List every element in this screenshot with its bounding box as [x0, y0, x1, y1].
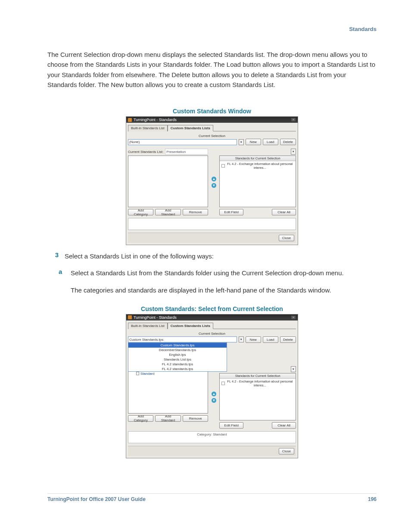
right-pane-item: FL 4.2 - Exchange information about pers…	[226, 162, 294, 170]
current-selection-input[interactable]: (None)	[128, 139, 237, 145]
edit-field-button[interactable]: Edit Field	[219, 209, 243, 215]
footer-title: TurningPoint for Office 2007 User Guide	[47, 496, 146, 502]
dd-item[interactable]: FL 4.2 standards.tps	[128, 367, 227, 371]
dd-item[interactable]: Standards List.tps	[128, 357, 227, 362]
dd-item[interactable]: Custom Standards.tps	[128, 343, 227, 348]
chevron-down-icon[interactable]: ▾	[239, 336, 244, 342]
move-up-icon[interactable]: ▲	[212, 177, 216, 181]
label-current-selection: Current Selection	[128, 332, 296, 336]
clear-all-button[interactable]: Clear All	[272, 422, 296, 429]
app-icon	[128, 118, 132, 122]
edit-field-button[interactable]: Edit Field	[219, 422, 243, 429]
tab-builtin[interactable]: Built-in Standards List	[128, 323, 168, 329]
notes-area[interactable]	[128, 218, 296, 230]
move-up-icon[interactable]: ▲	[212, 392, 216, 396]
checkbox-icon[interactable]	[221, 382, 224, 385]
delete-button[interactable]: Delete	[280, 336, 296, 343]
delete-button[interactable]: Delete	[280, 139, 296, 145]
chevron-down-icon[interactable]: ▾	[291, 149, 296, 155]
clear-all-button[interactable]: Clear All	[272, 209, 296, 215]
dd-item[interactable]: English.tps	[128, 352, 227, 357]
figure2-title: TurningPoint - Standards	[134, 315, 177, 320]
figure2-titlebar: TurningPoint - Standards ×	[126, 314, 298, 320]
step-3-text: Select a Standards List in one of the fo…	[65, 251, 377, 261]
tree-child[interactable]: Standard	[140, 372, 154, 376]
sub-a-letter: a	[59, 268, 65, 278]
remove-button[interactable]: Remove	[183, 415, 208, 422]
sub-a-paragraph: The categories and standards are display…	[71, 285, 377, 295]
current-selection-dropdown[interactable]: Custom Standards.tps DecemberStandards.t…	[128, 342, 227, 372]
left-pane[interactable]	[128, 156, 208, 207]
tab-custom[interactable]: Custom Standards Lists	[168, 323, 213, 329]
app-icon	[128, 315, 132, 319]
intro-paragraph: The Current Selection drop-down menu dis…	[47, 50, 377, 90]
add-category-button[interactable]: Add Category	[128, 209, 153, 215]
remove-button[interactable]: Remove	[183, 209, 208, 215]
current-selection-input[interactable]: Custom Standards.tps	[128, 336, 237, 342]
notes-area[interactable]: Category: Standard	[128, 431, 296, 443]
document-icon	[136, 372, 139, 375]
chevron-down-icon[interactable]: ▾	[291, 366, 296, 372]
right-pane-header: Standards for Current Selection	[220, 373, 296, 379]
right-pane-item: FL 4.2 - Exchange information about pers…	[226, 380, 294, 387]
chevron-down-icon[interactable]: ▾	[239, 139, 244, 145]
left-pane[interactable]: Parent Category Standard	[128, 366, 208, 414]
figure1-caption: Custom Standards Window	[173, 108, 251, 115]
add-standard-button[interactable]: Add Standard	[155, 209, 181, 215]
sub-a-text: Select a Standards List from the Standar…	[71, 268, 377, 278]
page-number: 196	[368, 496, 377, 502]
add-standard-button[interactable]: Add Standard	[155, 415, 181, 422]
move-down-icon[interactable]: ▼	[212, 183, 216, 188]
figure1-titlebar: TurningPoint - Standards ×	[126, 117, 298, 123]
section-header: Standards	[47, 26, 377, 32]
load-button[interactable]: Load	[263, 336, 278, 343]
figure1-window: TurningPoint - Standards × Built-in Stan…	[126, 116, 298, 245]
label-current-list: Current Standards List:	[128, 150, 163, 154]
tab-builtin[interactable]: Built-in Standards List	[128, 125, 168, 131]
new-button[interactable]: New	[246, 336, 261, 343]
checkbox-icon[interactable]	[221, 164, 224, 168]
tab-custom[interactable]: Custom Standards Lists	[168, 125, 213, 131]
figure2-window: TurningPoint - Standards × Built-in Stan…	[126, 314, 298, 458]
presentation-header: Presentation	[165, 149, 208, 155]
close-icon[interactable]: ×	[291, 315, 296, 320]
close-icon[interactable]: ×	[291, 118, 296, 122]
close-button[interactable]: Close	[279, 448, 294, 454]
label-current-selection: Current Selection	[128, 134, 296, 138]
dd-item[interactable]: FL 4.2 standards.tps	[128, 362, 227, 367]
new-button[interactable]: New	[246, 139, 261, 145]
right-pane[interactable]: Standards for Current Selection FL 4.2 -…	[219, 156, 296, 207]
step-3-number: 3	[47, 251, 59, 261]
right-pane-header: Standards for Current Selection	[220, 156, 296, 161]
figure1-title: TurningPoint - Standards	[134, 118, 177, 122]
add-category-button[interactable]: Add Category	[128, 415, 153, 422]
figure2-caption: Custom Standards: Select from Current Se…	[141, 305, 283, 312]
move-down-icon[interactable]: ▼	[212, 398, 216, 403]
dd-item[interactable]: DecemberStandards.tps	[128, 348, 227, 352]
close-button[interactable]: Close	[279, 235, 294, 241]
right-pane[interactable]: Standards for Current Selection FL 4.2 -…	[219, 373, 296, 420]
load-button[interactable]: Load	[263, 139, 278, 145]
